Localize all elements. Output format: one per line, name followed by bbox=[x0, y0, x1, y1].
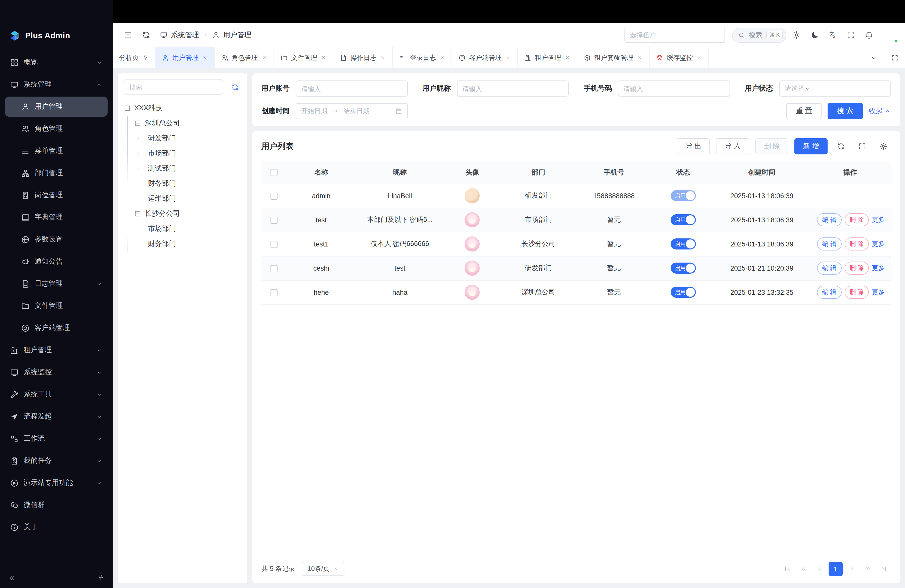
jump-next-button[interactable] bbox=[861, 562, 875, 576]
export-button[interactable]: 导 出 bbox=[677, 138, 710, 154]
edit-button[interactable]: 编 辑 bbox=[817, 286, 841, 299]
sidebar-item-demo-features[interactable]: 演示站专用功能 bbox=[5, 473, 108, 493]
sidebar-item-wechat-group[interactable]: 微信群 bbox=[5, 495, 108, 515]
search-button[interactable]: 搜 索 bbox=[827, 103, 863, 119]
row-checkbox[interactable] bbox=[270, 216, 278, 224]
breadcrumb-item-system[interactable]: 系统管理 bbox=[171, 30, 199, 40]
tree-node[interactable]: 财务部门 bbox=[145, 237, 241, 251]
sidebar-item-menu-management[interactable]: 菜单管理 bbox=[5, 141, 108, 161]
more-button[interactable]: 更多 bbox=[872, 240, 884, 247]
tree-node[interactable]: 财务部门 bbox=[145, 176, 241, 191]
sidebar-item-param-settings[interactable]: 参数设置 bbox=[5, 229, 108, 250]
row-delete-button[interactable]: 删 除 bbox=[845, 286, 869, 299]
column-header[interactable]: 昵称 bbox=[356, 162, 444, 184]
app-logo[interactable]: Plus Admin bbox=[0, 23, 113, 48]
tab-client-management[interactable]: 客户端管理 bbox=[452, 47, 518, 68]
theme-toggle-button[interactable] bbox=[807, 27, 822, 43]
tab-tenant-management[interactable]: 租户管理 bbox=[518, 47, 577, 68]
sidebar-item-post-management[interactable]: 岗位管理 bbox=[5, 185, 108, 205]
next-page-button[interactable] bbox=[845, 562, 859, 576]
close-icon[interactable] bbox=[202, 55, 208, 60]
sidebar-item-my-tasks[interactable]: 我的任务 bbox=[5, 451, 108, 471]
more-button[interactable]: 更多 bbox=[872, 288, 884, 296]
language-button[interactable]: 文A bbox=[824, 27, 841, 43]
menu-toggle-button[interactable] bbox=[120, 27, 136, 43]
close-icon[interactable] bbox=[696, 55, 702, 60]
tab-file-management[interactable]: 文件管理 bbox=[274, 47, 333, 68]
user-avatar-button[interactable] bbox=[883, 27, 898, 43]
sidebar-item-dept-management[interactable]: 部门管理 bbox=[5, 163, 108, 183]
column-header[interactable]: 操作 bbox=[809, 162, 891, 184]
select-all-checkbox[interactable] bbox=[270, 169, 278, 176]
close-icon[interactable] bbox=[637, 55, 643, 60]
edit-button[interactable]: 编 辑 bbox=[817, 213, 841, 226]
tree-collapse-toggle[interactable] bbox=[124, 105, 131, 112]
import-button[interactable]: 导 入 bbox=[716, 138, 749, 154]
sidebar-item-system-tools[interactable]: 系统工具 bbox=[5, 384, 108, 404]
status-toggle[interactable]: 启用 bbox=[671, 238, 696, 250]
sidebar-item-client-management[interactable]: 客户端管理 bbox=[5, 318, 108, 338]
tree-node[interactable]: 市场部门 bbox=[145, 221, 241, 237]
status-toggle[interactable]: 启用 bbox=[671, 214, 696, 225]
jump-prev-button[interactable] bbox=[796, 562, 810, 576]
close-icon[interactable] bbox=[440, 55, 445, 60]
sidebar-item-overview[interactable]: 概览 bbox=[5, 52, 108, 72]
status-select[interactable]: 请选择 bbox=[779, 81, 891, 97]
close-icon[interactable] bbox=[321, 55, 326, 60]
sidebar-item-role-management[interactable]: 角色管理 bbox=[5, 119, 108, 139]
column-header[interactable]: 部门 bbox=[500, 162, 576, 184]
tab-analysis[interactable]: 分析页 bbox=[113, 47, 156, 68]
tree-collapse-toggle[interactable] bbox=[134, 210, 141, 217]
tree-node[interactable]: 测试部门 bbox=[145, 161, 241, 176]
nickname-input[interactable] bbox=[457, 81, 568, 97]
more-button[interactable]: 更多 bbox=[872, 264, 884, 271]
sidebar-item-process-start[interactable]: 流程发起 bbox=[5, 407, 108, 426]
tabs-fullscreen-button[interactable] bbox=[884, 47, 905, 68]
sidebar-item-about[interactable]: 关于 bbox=[5, 517, 108, 537]
tree-node[interactable]: 深圳总公司 bbox=[134, 116, 241, 131]
close-icon[interactable] bbox=[565, 55, 570, 60]
column-header[interactable]: 状态 bbox=[652, 162, 714, 184]
row-delete-button[interactable]: 删 除 bbox=[845, 262, 869, 275]
close-icon[interactable] bbox=[505, 55, 511, 60]
global-search[interactable]: 搜索 ⌘ K bbox=[732, 27, 786, 43]
tree-node[interactable]: XXX科技 bbox=[124, 100, 241, 116]
refresh-page-button[interactable] bbox=[138, 27, 154, 43]
date-range-picker[interactable]: 开始日期 结束日期 bbox=[295, 103, 408, 119]
more-button[interactable]: 更多 bbox=[872, 216, 884, 223]
tree-node[interactable]: 市场部门 bbox=[145, 146, 241, 161]
sidebar-item-log-management[interactable]: 日志管理 bbox=[5, 273, 108, 294]
page-size-select[interactable]: 10条/页 bbox=[302, 562, 344, 576]
status-toggle[interactable]: 启用 bbox=[671, 262, 696, 273]
table-fullscreen-button[interactable] bbox=[855, 139, 870, 154]
notifications-button[interactable] bbox=[861, 27, 877, 43]
tab-operation-log[interactable]: 操作日志 bbox=[333, 47, 393, 68]
prev-page-button[interactable] bbox=[813, 562, 827, 576]
tab-role-management[interactable]: 角色管理 bbox=[215, 47, 274, 68]
sidebar-item-notice[interactable]: 通知公告 bbox=[5, 251, 108, 272]
edit-button[interactable]: 编 辑 bbox=[817, 262, 841, 275]
sidebar-item-workflow[interactable]: 工作流 bbox=[5, 429, 108, 449]
tabs-dropdown-button[interactable] bbox=[863, 47, 884, 68]
fullscreen-button[interactable] bbox=[843, 27, 859, 43]
sidebar-item-system-management[interactable]: 系统管理 bbox=[5, 75, 108, 95]
sidebar-item-user-management[interactable]: 用户管理 bbox=[5, 97, 108, 117]
close-icon[interactable] bbox=[262, 55, 267, 60]
row-checkbox[interactable] bbox=[270, 265, 278, 272]
tree-search-input[interactable] bbox=[124, 79, 223, 95]
column-header[interactable]: 手机号 bbox=[576, 162, 652, 184]
tree-node[interactable]: 长沙分公司 bbox=[134, 206, 241, 221]
tree-node[interactable]: 研发部门 bbox=[145, 131, 241, 146]
sidebar-item-system-monitor[interactable]: 系统监控 bbox=[5, 362, 108, 382]
status-toggle[interactable]: 启用 bbox=[671, 287, 696, 298]
tab-user-management[interactable]: 用户管理 bbox=[156, 47, 215, 68]
add-button[interactable]: 新 增 bbox=[794, 138, 827, 154]
first-page-button[interactable] bbox=[780, 562, 794, 576]
tab-cache-monitor[interactable]: 缓存监控 bbox=[649, 47, 709, 68]
collapse-filter-link[interactable]: 收起 bbox=[869, 106, 891, 116]
sidebar-item-tenant-management[interactable]: 租户管理 bbox=[5, 340, 108, 360]
row-delete-button[interactable]: 删 除 bbox=[845, 237, 869, 251]
pin-icon[interactable] bbox=[142, 54, 148, 60]
collapse-sidebar-button[interactable] bbox=[8, 574, 16, 582]
phone-input[interactable] bbox=[618, 81, 730, 97]
